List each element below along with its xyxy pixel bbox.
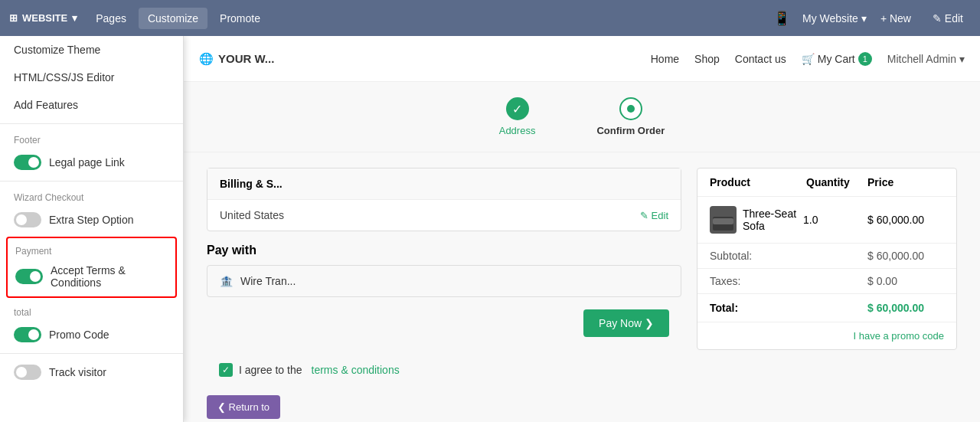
col-product: Product bbox=[710, 176, 806, 188]
sofa-image bbox=[710, 206, 737, 234]
col-quantity: Quantity bbox=[806, 176, 867, 188]
cart-link[interactable]: 🛒 My Cart 1 bbox=[802, 52, 872, 66]
subtotal-value: $ 60,000.00 bbox=[867, 250, 944, 262]
grid-icon: ⊞ bbox=[9, 12, 18, 24]
nav-customize[interactable]: Customize bbox=[139, 8, 207, 29]
brand-chevron: ▾ bbox=[72, 12, 77, 24]
order-table: Product Quantity Price Three-Seat Sofa 1… bbox=[697, 168, 957, 350]
website-brand[interactable]: ⊞ WEBSITE ▾ bbox=[9, 12, 77, 24]
promo-link[interactable]: I have a promo code bbox=[697, 322, 956, 349]
billing-row: United States ✎ Edit bbox=[220, 209, 668, 221]
checkout-body: Billing & S... United States ✎ Edit Pay … bbox=[184, 152, 980, 422]
site-logo: 🌐 YOUR W... bbox=[199, 52, 274, 66]
promo-code-toggle-row: Promo Code bbox=[0, 321, 183, 348]
divider-3 bbox=[0, 353, 183, 354]
step-confirm: Confirm Order bbox=[596, 97, 665, 136]
html-css-editor-link[interactable]: HTML/CSS/JS Editor bbox=[0, 64, 183, 91]
agree-text: I agree to the bbox=[239, 364, 302, 376]
divider-2 bbox=[0, 181, 183, 182]
section-footer-label: Footer bbox=[0, 129, 183, 149]
nav-contact[interactable]: Contact us bbox=[735, 53, 786, 65]
accept-terms-toggle-row: Accept Terms & Conditions bbox=[8, 260, 175, 293]
extra-step-toggle-row: Extra Step Option bbox=[0, 206, 183, 234]
top-nav-right: 📱 My Website ▾ + New ✎ Edit bbox=[773, 8, 971, 29]
agree-container: ✓ I agree to the terms & conditions bbox=[207, 355, 681, 389]
site-nav: Home Shop Contact us 🛒 My Cart 1 Mitchel… bbox=[651, 52, 965, 66]
product-qty: 1.0 bbox=[803, 214, 864, 226]
page-wrapper: Customize Theme HTML/CSS/JS Editor Add F… bbox=[0, 36, 980, 422]
pay-section: Pay with 🏦 Wire Tran... bbox=[207, 244, 681, 297]
customize-theme-link[interactable]: Customize Theme bbox=[0, 36, 183, 64]
cart-badge: 1 bbox=[858, 52, 872, 66]
wire-icon: 🏦 bbox=[220, 275, 233, 287]
website-chevron: ▾ bbox=[861, 12, 867, 25]
taxes-value: $ 0.00 bbox=[867, 275, 944, 287]
accept-terms-toggle[interactable] bbox=[15, 269, 43, 284]
page-content-area: 🌐 YOUR W... Home Shop Contact us 🛒 My Ca… bbox=[184, 36, 980, 422]
product-price: $ 60,000.00 bbox=[867, 214, 944, 226]
globe-icon: 🌐 bbox=[199, 52, 214, 66]
add-features-link[interactable]: Add Features bbox=[0, 91, 183, 119]
nav-pages[interactable]: Pages bbox=[87, 8, 136, 29]
return-button[interactable]: ❮ Return to bbox=[207, 395, 280, 419]
promo-code-toggle[interactable] bbox=[14, 327, 41, 342]
product-cell: Three-Seat Sofa bbox=[710, 206, 800, 234]
top-nav-bar: ⊞ WEBSITE ▾ Pages Customize Promote 📱 My… bbox=[0, 0, 980, 36]
track-visitor-toggle[interactable] bbox=[14, 365, 41, 380]
nav-home[interactable]: Home bbox=[651, 53, 679, 65]
product-name: Three-Seat Sofa bbox=[743, 208, 800, 232]
order-summary: Product Quantity Price Three-Seat Sofa 1… bbox=[697, 168, 957, 419]
pay-title: Pay with bbox=[207, 244, 681, 257]
legal-page-link-toggle[interactable] bbox=[14, 155, 41, 170]
track-visitor-label: Track visitor bbox=[49, 366, 106, 378]
legal-page-link-toggle-row: Legal page Link bbox=[0, 149, 183, 176]
extra-step-toggle[interactable] bbox=[14, 212, 41, 227]
user-chevron: ▾ bbox=[959, 53, 965, 65]
step-address-label: Address bbox=[499, 125, 536, 136]
billing-header: Billing & S... bbox=[207, 168, 681, 200]
step-confirm-label: Confirm Order bbox=[596, 125, 665, 136]
edit-button[interactable]: ✎ Edit bbox=[925, 8, 971, 29]
nav-promote[interactable]: Promote bbox=[211, 8, 270, 29]
edit-billing-link[interactable]: ✎ Edit bbox=[640, 210, 668, 221]
pay-now-button[interactable]: Pay Now ❯ bbox=[583, 309, 669, 337]
taxes-label: Taxes: bbox=[710, 275, 806, 287]
user-menu[interactable]: Mitchell Admin ▾ bbox=[887, 53, 965, 65]
nav-shop[interactable]: Shop bbox=[694, 53, 720, 65]
checkout-left: Billing & S... United States ✎ Edit Pay … bbox=[207, 168, 681, 419]
my-website-link[interactable]: My Website ▾ bbox=[802, 12, 867, 25]
legal-page-link-label: Legal page Link bbox=[49, 156, 125, 168]
return-container: ❮ Return to bbox=[207, 395, 681, 419]
taxes-row: Taxes: $ 0.00 bbox=[697, 269, 956, 294]
new-button[interactable]: + New bbox=[873, 8, 919, 29]
accept-terms-label: Accept Terms & Conditions bbox=[51, 264, 168, 289]
divider-1 bbox=[0, 123, 183, 124]
total-label: Total: bbox=[710, 302, 806, 314]
checkout-steps: ✓ Address Confirm Order bbox=[184, 82, 980, 152]
total-row: Total: $ 60,000.00 bbox=[697, 294, 956, 322]
mobile-icon[interactable]: 📱 bbox=[773, 10, 790, 27]
site-header: 🌐 YOUR W... Home Shop Contact us 🛒 My Ca… bbox=[184, 36, 980, 82]
billing-body: United States ✎ Edit bbox=[207, 200, 681, 231]
payment-highlight-box: Payment Accept Terms & Conditions bbox=[6, 237, 177, 298]
terms-link[interactable]: terms & conditions bbox=[312, 364, 400, 376]
promo-code-label: Promo Code bbox=[49, 329, 109, 341]
pay-now-container: Pay Now ❯ bbox=[207, 309, 681, 349]
subtotal-label: Subtotal: bbox=[710, 250, 806, 262]
step-address: ✓ Address bbox=[499, 97, 536, 136]
section-total-label: total bbox=[0, 301, 183, 321]
wire-transfer-option[interactable]: 🏦 Wire Tran... bbox=[207, 265, 681, 297]
agree-checkbox[interactable]: ✓ bbox=[219, 363, 233, 377]
section-wizard-label: Wizard Checkout bbox=[0, 186, 183, 206]
customize-dropdown: Customize Theme HTML/CSS/JS Editor Add F… bbox=[0, 36, 184, 422]
subtotal-row: Subtotal: $ 60,000.00 bbox=[697, 244, 956, 269]
track-visitor-toggle-row: Track visitor bbox=[0, 358, 183, 386]
billing-section: Billing & S... United States ✎ Edit bbox=[207, 168, 681, 231]
cart-icon: 🛒 bbox=[802, 53, 815, 65]
step-address-circle: ✓ bbox=[506, 97, 529, 120]
total-value: $ 60,000.00 bbox=[867, 302, 944, 314]
section-payment-label: Payment bbox=[8, 241, 175, 260]
order-table-header: Product Quantity Price bbox=[697, 168, 956, 197]
step-confirm-circle bbox=[619, 97, 642, 120]
billing-address: United States bbox=[220, 209, 284, 221]
